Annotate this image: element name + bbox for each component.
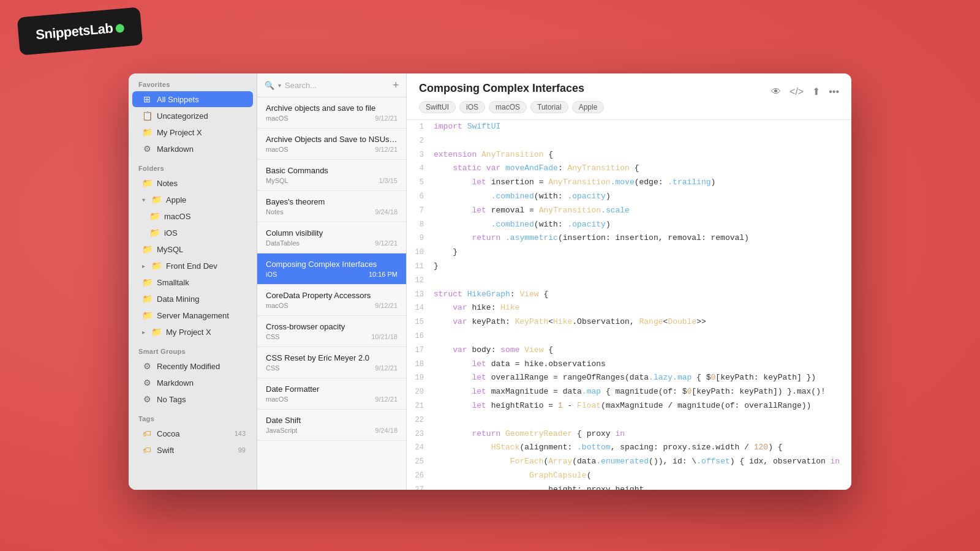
snippet-item[interactable]: Archive Objects and Save to NSUserD... m… <box>257 129 406 160</box>
snippet-item-title: CoreData Property Accessors <box>266 291 398 300</box>
line-number: 2 <box>407 135 434 147</box>
sidebar-item-notes[interactable]: 📁 Notes <box>132 175 253 191</box>
snippet-item[interactable]: CoreData Property Accessors macOS 9/12/2… <box>257 285 406 316</box>
sidebar-item-my-project-x2[interactable]: ▸ 📁 My Project X <box>132 324 253 340</box>
snippet-item[interactable]: Date Shift JavaScript 9/24/18 <box>257 410 406 441</box>
line-content: let maxMagnitude = data.map { magnitude(… <box>434 386 851 399</box>
sidebar-item-label: Apple <box>166 195 246 204</box>
line-content: let insertion = AnyTransition.move(edge:… <box>434 176 851 189</box>
sidebar-item-smalltalk[interactable]: 📁 Smalltalk <box>132 274 253 290</box>
code-line: 5 let insertion = AnyTransition.move(edg… <box>407 176 851 190</box>
snippet-item-tag: macOS <box>266 114 288 122</box>
code-line: 24 HStack(alignment: .bottom, spacing: p… <box>407 441 851 455</box>
sidebar-item-front-end-dev[interactable]: ▸ 📁 Front End Dev <box>132 258 253 274</box>
sidebar-item-all-snippets[interactable]: ⊞ All Snippets <box>132 91 253 107</box>
line-number: 26 <box>407 470 434 482</box>
line-content: height: proxy.height, <box>434 484 851 490</box>
snippet-item-tag: JavaScript <box>266 427 297 434</box>
line-content: HStack(alignment: .bottom, spacing: prox… <box>434 441 851 454</box>
snippet-item[interactable]: Cross-browser opacity CSS 10/21/18 <box>257 316 406 347</box>
line-number: 24 <box>407 441 434 454</box>
snippet-item-title: CSS Reset by Eric Meyer 2.0 <box>266 353 398 362</box>
line-number: 3 <box>407 149 434 161</box>
snippet-item[interactable]: Basic Commands MySQL 1/3/15 <box>257 160 406 191</box>
snippet-item-meta: MySQL 1/3/15 <box>266 177 398 184</box>
line-content: let heightRatio = 1 - Float(maxMagnitude… <box>434 400 851 413</box>
smart-group-icon: ⚙ <box>142 394 152 404</box>
sidebar-item-cocoa[interactable]: 🏷 Cocoa 143 <box>132 425 253 441</box>
snippet-item-meta: CSS 10/21/18 <box>266 333 398 340</box>
sidebar-item-no-tags[interactable]: ⚙ No Tags <box>132 391 253 407</box>
more-icon[interactable]: ••• <box>829 86 839 97</box>
share-icon[interactable]: ⬆ <box>812 86 820 97</box>
line-content: struct HikeGraph: View { <box>434 288 851 301</box>
sidebar-item-server-management[interactable]: 📁 Server Management <box>132 307 253 323</box>
snippet-item[interactable]: Bayes's theorem Notes 9/24/18 <box>257 191 406 222</box>
chevron-down-icon: ▾ <box>142 197 145 203</box>
snippet-item-date: 9/24/18 <box>375 427 398 434</box>
snippet-item-meta: iOS 10:16 PM <box>266 271 398 278</box>
action-icons: 👁 </> ⬆ ••• <box>771 86 839 97</box>
snippet-item-date: 9/24/18 <box>375 208 398 216</box>
sidebar-item-label: Recently Modified <box>157 362 246 371</box>
tag-pill[interactable]: macOS <box>489 101 527 113</box>
line-number: 9 <box>407 232 434 244</box>
sidebar-item-data-mining[interactable]: 📁 Data Mining <box>132 291 253 307</box>
add-snippet-button[interactable]: + <box>391 80 401 91</box>
sidebar-item-ios[interactable]: 📁 iOS <box>132 225 253 241</box>
snippet-item-tag: DataTables <box>266 239 300 247</box>
line-number: 25 <box>407 455 434 468</box>
sidebar-item-recently-modified[interactable]: ⚙ Recently Modified <box>132 358 253 374</box>
snippet-item-meta: macOS 9/12/21 <box>266 302 398 309</box>
line-number: 1 <box>407 121 434 133</box>
line-number: 17 <box>407 344 434 356</box>
sidebar-item-apple[interactable]: ▾ 📁 Apple <box>132 192 253 208</box>
tag-pill[interactable]: Apple <box>572 101 605 113</box>
snippet-list: Archive objects and save to file macOS 9… <box>257 97 406 490</box>
tag-count: 143 <box>235 430 246 437</box>
snippet-item-tag: CSS <box>266 333 280 340</box>
sidebar-item-markdown[interactable]: ⚙ Markdown <box>132 141 253 157</box>
sidebar-item-label: Server Management <box>157 311 246 320</box>
snippet-item-title: Basic Commands <box>266 166 398 175</box>
snippet-item-date: 10:16 PM <box>369 271 398 278</box>
line-number: 8 <box>407 219 434 231</box>
folder-icon: 📁 <box>149 211 159 221</box>
snippet-item[interactable]: CSS Reset by Eric Meyer 2.0 CSS 9/12/21 <box>257 347 406 378</box>
search-input[interactable] <box>285 81 388 90</box>
tag-list: SwiftUIiOSmacOSTutorialApple <box>419 101 839 113</box>
code-icon[interactable]: </> <box>790 86 804 97</box>
code-line: 20 let maxMagnitude = data.map { magnitu… <box>407 385 851 399</box>
sidebar-item-uncategorized[interactable]: 📋 Uncategorized <box>132 108 253 124</box>
doc-icon: 📋 <box>142 111 152 121</box>
sidebar-item-swift[interactable]: 🏷 Swift 99 <box>132 442 253 458</box>
line-number: 13 <box>407 288 434 301</box>
sidebar-item-mysql[interactable]: 📁 MySQL <box>132 241 253 257</box>
chevron-right-icon: ▸ <box>142 263 145 269</box>
tag-pill[interactable]: SwiftUI <box>419 101 456 113</box>
sidebar-item-label: Uncategorized <box>157 111 246 121</box>
app-logo: SnippetsLab <box>17 7 143 55</box>
sidebar-item-markdown-sg[interactable]: ⚙ Markdown <box>132 375 253 391</box>
snippet-item-tag: iOS <box>266 271 277 278</box>
snippet-item[interactable]: Composing Complex Interfaces iOS 10:16 P… <box>257 253 406 285</box>
snippet-item-date: 10/21/18 <box>371 333 398 340</box>
sidebar-item-label: Notes <box>157 179 246 188</box>
snippet-item-meta: JavaScript 9/24/18 <box>266 427 398 434</box>
snippet-item[interactable]: Date Formatter macOS 9/12/21 <box>257 378 406 410</box>
sidebar-item-my-project-x[interactable]: 📁 My Project X <box>132 124 253 140</box>
tag-pill[interactable]: Tutorial <box>530 101 568 113</box>
code-line: 23 return GeometryReader { proxy in <box>407 427 851 441</box>
sidebar-item-macos[interactable]: 📁 macOS <box>132 208 253 224</box>
preview-icon[interactable]: 👁 <box>771 86 781 97</box>
folder-icon: 📁 <box>142 310 152 320</box>
line-content: var body: some View { <box>434 344 851 357</box>
snippet-item-tag: macOS <box>266 395 288 403</box>
snippet-item[interactable]: Archive objects and save to file macOS 9… <box>257 97 406 129</box>
sidebar-item-label: Markdown <box>157 378 246 388</box>
snippet-item[interactable]: Column visibility DataTables 9/12/21 <box>257 222 406 253</box>
snippet-item-date: 9/12/21 <box>375 146 398 153</box>
tag-pill[interactable]: iOS <box>459 101 485 113</box>
line-number: 14 <box>407 302 434 314</box>
snippet-item-meta: macOS 9/12/21 <box>266 146 398 153</box>
